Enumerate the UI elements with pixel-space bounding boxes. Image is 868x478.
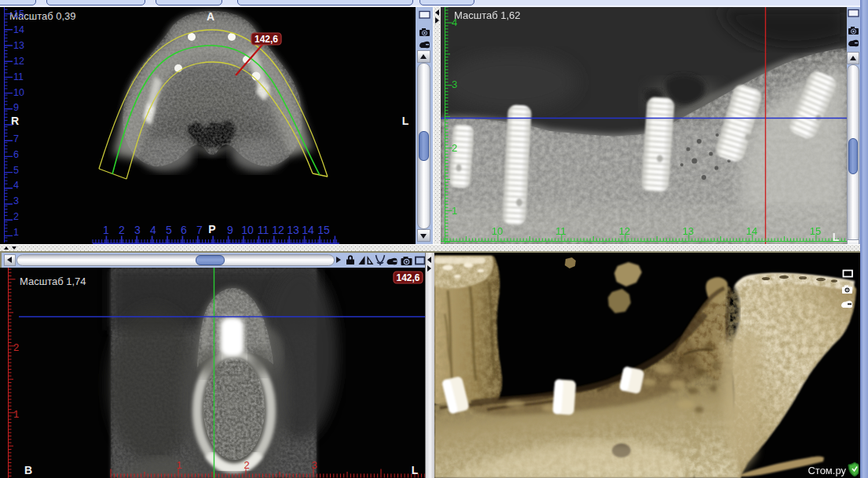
svg-text:L: L — [402, 115, 409, 127]
svg-text:6: 6 — [13, 149, 19, 160]
svg-text:9: 9 — [227, 224, 233, 236]
svg-text:L: L — [833, 231, 840, 243]
svg-text:7: 7 — [196, 224, 203, 236]
svg-text:2: 2 — [244, 459, 249, 471]
svg-text:A: A — [207, 10, 214, 23]
svg-text:5: 5 — [166, 224, 172, 236]
svg-text:11: 11 — [555, 225, 566, 237]
svg-text:Масштаб 1,62: Масштаб 1,62 — [454, 9, 521, 21]
svg-text:11: 11 — [258, 224, 269, 236]
svg-text:1: 1 — [176, 459, 181, 471]
svg-text:15: 15 — [317, 224, 330, 236]
svg-text:1: 1 — [13, 408, 19, 420]
svg-text:3: 3 — [311, 459, 317, 471]
svg-text:11: 11 — [13, 71, 24, 82]
svg-text:L: L — [412, 464, 419, 476]
svg-text:10: 10 — [492, 225, 503, 237]
svg-text:142,6: 142,6 — [255, 34, 278, 45]
svg-text:14: 14 — [302, 224, 314, 236]
svg-text:3: 3 — [134, 224, 141, 236]
svg-text:13: 13 — [13, 40, 24, 51]
svg-text:6: 6 — [181, 224, 187, 236]
svg-text:B: B — [24, 464, 32, 476]
svg-text:2: 2 — [13, 211, 19, 222]
svg-text:3: 3 — [452, 78, 457, 90]
svg-text:4: 4 — [150, 224, 156, 236]
svg-text:13: 13 — [287, 224, 299, 236]
svg-text:1: 1 — [103, 224, 109, 236]
svg-text:4: 4 — [13, 180, 19, 191]
svg-text:1: 1 — [452, 205, 457, 217]
svg-text:2: 2 — [119, 224, 125, 236]
svg-text:10: 10 — [241, 224, 254, 236]
svg-text:12: 12 — [272, 224, 284, 236]
svg-text:2: 2 — [13, 341, 19, 353]
svg-text:15: 15 — [13, 9, 24, 20]
svg-text:12: 12 — [619, 225, 630, 237]
svg-text:12: 12 — [13, 56, 24, 67]
svg-text:142,6: 142,6 — [396, 272, 419, 283]
svg-text:1: 1 — [13, 227, 19, 238]
svg-text:10: 10 — [13, 87, 24, 98]
svg-text:14: 14 — [746, 225, 757, 237]
svg-text:Масштаб 1,74: Масштаб 1,74 — [20, 275, 86, 287]
svg-text:14: 14 — [13, 24, 24, 35]
svg-text:13: 13 — [683, 225, 694, 237]
svg-text:P: P — [208, 223, 215, 235]
svg-text:7: 7 — [13, 133, 19, 144]
svg-text:3: 3 — [13, 195, 19, 206]
svg-text:Стом.ру: Стом.ру — [808, 465, 846, 476]
svg-text:5: 5 — [13, 165, 19, 176]
svg-text:9: 9 — [13, 102, 19, 113]
svg-text:15: 15 — [810, 225, 821, 237]
svg-text:2: 2 — [452, 142, 457, 154]
